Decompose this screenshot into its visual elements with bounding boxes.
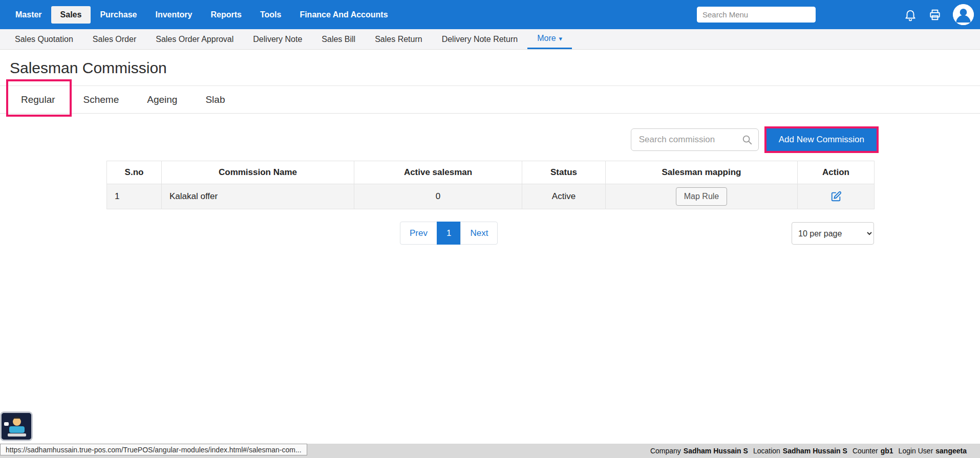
add-new-commission-button[interactable]: Add New Commission <box>766 128 877 151</box>
cell-sno: 1 <box>107 184 162 209</box>
commission-table: S.no Commission Name Active salesman Sta… <box>106 161 874 209</box>
login-user-label: Login User <box>899 447 933 455</box>
counter-label: Counter <box>853 447 878 455</box>
column-header-salesman-mapping: Salesman mapping <box>606 161 798 184</box>
pagination-prev-button[interactable]: Prev <box>400 222 437 245</box>
column-header-sno: S.no <box>107 161 162 184</box>
page-title: Salesman Commission <box>0 50 980 85</box>
location-value: Sadham Hussain S <box>783 447 847 455</box>
column-header-action: Action <box>798 161 875 184</box>
annotation-box-add-new-commission: Add New Commission <box>764 126 879 153</box>
topnav-item-finance-and-accounts[interactable]: Finance And Accounts <box>290 6 397 24</box>
cell-commission-name: Kalakal offer <box>162 184 354 209</box>
login-user-value: sangeeta <box>935 447 967 455</box>
subnav-item-delivery-note[interactable]: Delivery Note <box>243 29 312 49</box>
bell-icon[interactable] <box>904 8 917 21</box>
status-url: https://sadhamhussain.true-pos.com/TrueP… <box>0 444 307 455</box>
pagination-page-1-button[interactable]: 1 <box>437 222 461 245</box>
top-navigation: Master Sales Purchase Inventory Reports … <box>0 0 980 29</box>
per-page-select[interactable]: 10 per page <box>792 222 874 245</box>
subnav-item-delivery-note-return[interactable]: Delivery Note Return <box>432 29 528 49</box>
chevron-down-icon: ▾ <box>559 35 563 42</box>
location-label: Location <box>753 447 780 455</box>
subnav-item-more[interactable]: More ▾ <box>527 29 572 49</box>
subnav-item-sales-order-approval[interactable]: Sales Order Approval <box>146 29 243 49</box>
chat-widget-icon[interactable] <box>0 411 33 441</box>
pagination: Prev 1 Next <box>400 222 498 245</box>
status-bar: https://sadhamhussain.true-pos.com/TrueP… <box>0 444 980 458</box>
commission-search-input[interactable] <box>631 128 759 151</box>
avatar[interactable] <box>953 4 974 25</box>
column-header-status: Status <box>522 161 606 184</box>
search-icon <box>741 134 753 145</box>
tab-slab[interactable]: Slab <box>205 94 225 105</box>
subnav-item-sales-order[interactable]: Sales Order <box>83 29 146 49</box>
table-footer: Prev 1 Next 10 per page <box>106 222 874 245</box>
topnav-item-sales[interactable]: Sales <box>51 6 91 24</box>
edit-icon[interactable] <box>830 191 842 202</box>
subnav-item-sales-bill[interactable]: Sales Bill <box>312 29 365 49</box>
table-header-row: S.no Commission Name Active salesman Sta… <box>107 161 875 184</box>
topnav-item-tools[interactable]: Tools <box>251 6 290 24</box>
tab-scheme[interactable]: Scheme <box>83 94 119 105</box>
commission-toolbar: Add New Commission <box>0 126 879 153</box>
topnav-item-reports[interactable]: Reports <box>201 6 250 24</box>
map-rule-button[interactable]: Map Rule <box>676 187 727 206</box>
tab-regular[interactable]: Regular <box>21 94 55 105</box>
cell-status: Active <box>522 184 606 209</box>
subnav-item-sales-return[interactable]: Sales Return <box>365 29 432 49</box>
table-row: 1 Kalakal offer 0 Active Map Rule <box>107 184 875 209</box>
topnav-right-group <box>697 4 974 25</box>
counter-value: gb1 <box>881 447 893 455</box>
cell-action <box>798 184 875 209</box>
more-label: More <box>537 34 556 43</box>
column-header-commission-name: Commission Name <box>162 161 354 184</box>
cell-active-salesman: 0 <box>354 184 522 209</box>
company-label: Company <box>650 447 681 455</box>
tab-ageing[interactable]: Ageing <box>147 94 177 105</box>
sales-sub-navigation: Sales Quotation Sales Order Sales Order … <box>0 29 980 50</box>
menu-search-input[interactable] <box>697 7 816 23</box>
topnav-item-inventory[interactable]: Inventory <box>146 6 201 24</box>
subnav-item-sales-quotation[interactable]: Sales Quotation <box>5 29 83 49</box>
topnav-item-master[interactable]: Master <box>6 6 51 24</box>
topnav-item-purchase[interactable]: Purchase <box>91 6 146 24</box>
session-info: Company Sadham Hussain S Location Sadham… <box>650 447 980 455</box>
company-value: Sadham Hussain S <box>684 447 748 455</box>
commission-search-box <box>631 128 759 151</box>
column-header-active-salesman: Active salesman <box>354 161 522 184</box>
cell-salesman-mapping: Map Rule <box>606 184 798 209</box>
pagination-next-button[interactable]: Next <box>460 222 498 245</box>
commission-tabs: Regular Scheme Ageing Slab <box>0 86 980 114</box>
printer-icon[interactable] <box>928 8 942 21</box>
